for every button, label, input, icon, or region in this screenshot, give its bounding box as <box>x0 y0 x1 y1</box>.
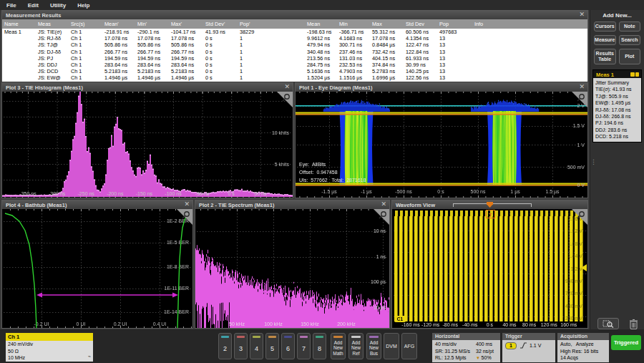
table-cell: 17.078 ns <box>169 35 203 42</box>
menu-edit[interactable]: Edit <box>28 2 39 9</box>
results-table-button[interactable]: Results Table <box>594 49 616 64</box>
results-body: Meas 1JS: TIE(σ)Ch 1-218.91 ns-290.1 ns-… <box>2 29 587 82</box>
trigger-panel[interactable]: Trigger 1 1.1 V <box>502 333 555 362</box>
search-button[interactable]: Search <box>619 35 641 45</box>
trash-icon[interactable] <box>629 319 638 329</box>
menu-utility[interactable]: Utility <box>50 2 66 9</box>
measurement-results-panel: Measurement Results ✕ NameMeasSrc(s)Mean… <box>1 10 588 82</box>
channel-5-button[interactable]: 5 <box>265 333 279 359</box>
channel-2-button[interactable]: 2 <box>218 333 232 359</box>
dvm-button[interactable]: DVM <box>384 333 399 359</box>
table-cell: 0.8484 µs <box>370 42 404 48</box>
close-icon[interactable]: ✕ <box>579 11 585 18</box>
table-row[interactable]: JS: DDJCh 1283.64 ns283.64 ns283.64 ns0 … <box>2 62 587 68</box>
results-mini-icon <box>630 72 639 77</box>
channel-8-button[interactable]: 8 <box>313 333 326 359</box>
acquisition-panel[interactable]: Acquisition Auto, AnalyzeHigh Res: 16 bi… <box>557 333 609 362</box>
table-cell: 266.77 ns <box>102 49 135 55</box>
table-cell: -198.63 ns <box>305 29 337 35</box>
acquisition-settings: Auto, AnalyzeHigh Res: 16 bits14 Acqs <box>557 340 609 362</box>
close-icon[interactable]: ✕ <box>579 84 585 90</box>
menu-help[interactable]: Help <box>77 2 89 9</box>
channel-1-setting: 10 MHz <box>8 354 91 362</box>
sidebar-drag-handle[interactable]: ⋮ <box>590 160 593 163</box>
table-cell: JS: TJ@ <box>36 42 69 48</box>
table-cell: 1 <box>238 35 305 42</box>
column-header[interactable]: Mean <box>305 21 337 27</box>
waveform-title-bar[interactable]: Waveform View <box>392 200 587 209</box>
table-cell: 1 <box>238 74 305 81</box>
channel-4-button[interactable]: 4 <box>250 333 263 359</box>
waveform-plot[interactable] <box>392 209 587 328</box>
channel-3-button[interactable]: 3 <box>234 333 248 359</box>
column-header[interactable]: Name <box>2 21 36 27</box>
table-cell: 0 s <box>203 49 238 55</box>
zoom-select-button[interactable] <box>597 318 619 329</box>
column-header[interactable]: Max <box>370 21 404 27</box>
measure-button[interactable]: Measure <box>594 35 616 45</box>
cursors-button[interactable]: Cursors <box>594 21 616 32</box>
eye-diagram-plot[interactable] <box>296 92 587 198</box>
table-cell: 13 <box>437 62 472 68</box>
channel-7-button[interactable]: 7 <box>297 333 311 359</box>
table-cell: 55.312 ns <box>370 29 404 35</box>
table-row[interactable]: Meas 1JS: TIE(σ)Ch 1-218.91 ns-290.1 ns-… <box>2 29 587 35</box>
note-button[interactable]: Note <box>619 21 641 32</box>
add-new-buttons: Add New MathAdd New RefAdd New Bus <box>331 333 381 359</box>
plot-button[interactable]: Plot <box>619 49 641 64</box>
table-row[interactable]: JS: PJCh 1194.59 ns194.59 ns194.59 ns0 s… <box>2 55 587 62</box>
table-cell: 13 <box>437 74 472 81</box>
table-cell: Ch 1 <box>69 74 102 81</box>
table-cell: JS: TIE(σ) <box>36 29 69 35</box>
jitter-summary-line: DDJ: 283.6 ns <box>595 127 639 133</box>
horizontal-panel[interactable]: Horizontal 40 ms/div400 msSR: 31.25 MS/s… <box>432 333 500 362</box>
results-title-bar[interactable]: Measurement Results ✕ <box>2 11 587 19</box>
table-row[interactable]: JS: RJ-δδCh 117.078 ns17.078 ns17.078 ns… <box>2 35 587 42</box>
rising-edge-icon <box>519 342 527 349</box>
menu-file[interactable]: File <box>6 2 16 9</box>
column-header[interactable]: Std Dev <box>404 21 437 27</box>
table-cell: 0 s <box>203 62 238 68</box>
table-cell: 122.84 ns <box>404 49 437 55</box>
column-header[interactable]: Pop <box>437 21 472 27</box>
plot3-title-bar[interactable]: Plot 3 - TIE Histogram (Meas1) ✕ <box>2 83 293 92</box>
table-cell: JS: RJ-δδ <box>36 35 69 42</box>
column-header[interactable]: Max' <box>169 21 203 27</box>
column-header[interactable]: Pop' <box>238 21 305 27</box>
column-header[interactable]: Mean' <box>102 21 135 27</box>
column-header[interactable]: Meas <box>36 21 69 27</box>
plot4-title-bar[interactable]: Plot 4 - Bathtub (Meas1) ✕ <box>2 200 192 209</box>
table-row[interactable]: JS: TJ@Ch 1505.86 ns505.86 ns505.86 ns0 … <box>2 42 587 48</box>
horizontal-setting: 32 ns/pt <box>476 348 497 355</box>
table-cell: 1.4946 µs <box>135 74 169 81</box>
afg-button[interactable]: AFG <box>401 333 417 359</box>
table-cell: 9.9612 ns <box>305 35 337 42</box>
column-header[interactable]: Info <box>472 21 586 27</box>
column-header[interactable]: Std Dev' <box>203 21 238 27</box>
close-icon[interactable]: ✕ <box>284 84 290 90</box>
tie-spectrum-plot[interactable] <box>195 209 389 328</box>
column-header[interactable]: Min <box>337 21 370 27</box>
table-row[interactable]: JS: DCDCh 15.2183 ns5.2183 ns5.2183 ns0 … <box>2 68 587 74</box>
add-new-ref-button[interactable]: Add New Ref <box>348 333 364 359</box>
bathtub-plot[interactable] <box>2 209 192 328</box>
add-new-math-button[interactable]: Add New Math <box>331 333 346 359</box>
channel-6-button[interactable]: 6 <box>281 333 295 359</box>
eye-diagram-panel: Plot 1 - Eye Diagram (Meas1) ✕ <box>295 82 588 198</box>
add-new-bus-button[interactable]: Add New Bus <box>366 333 381 359</box>
column-header[interactable]: Min' <box>135 21 169 27</box>
plot2-title-bar[interactable]: Plot 2 - TIE Spectrum (Meas1) ✕ <box>195 200 389 209</box>
channel-1-badge[interactable]: Ch 1 ⌁ 240 mV/div50 Ω10 MHz <box>6 333 93 362</box>
table-cell: 131.03 ns <box>337 55 370 62</box>
meas1-badge-panel[interactable]: Meas 1 Jitter SummaryTIE(σ): 41.93 nsTJ@… <box>592 69 642 142</box>
plot1-title-bar[interactable]: Plot 1 - Eye Diagram (Meas1) ✕ <box>296 83 587 92</box>
table-cell: 4.1354 ns <box>404 35 437 42</box>
channel-1-setting: 50 Ω <box>8 348 91 355</box>
table-cell: 13 <box>437 55 472 62</box>
close-icon[interactable]: ✕ <box>184 201 190 208</box>
close-icon[interactable]: ✕ <box>381 201 386 208</box>
column-header[interactable]: Src(s) <box>69 21 102 27</box>
tie-histogram-plot[interactable] <box>2 92 293 198</box>
table-row[interactable]: JS: DJ-δδCh 1266.77 ns266.77 ns266.77 ns… <box>2 49 587 55</box>
table-row[interactable]: JS: EW@Ch 11.4946 µs1.4946 µs1.4946 µs0 … <box>2 74 587 81</box>
